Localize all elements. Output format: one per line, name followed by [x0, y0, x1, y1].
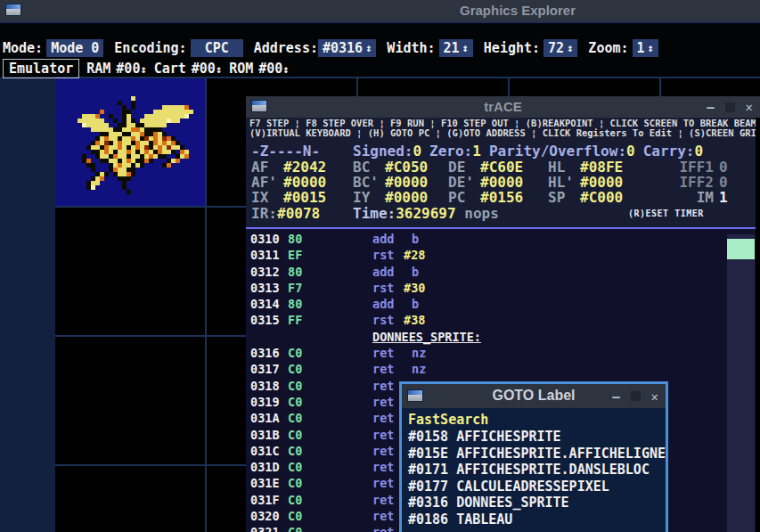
instruction-address: 031C: [250, 444, 280, 458]
instruction-operand: b: [412, 265, 419, 279]
trace-window-edge: [756, 118, 760, 532]
rom-field[interactable]: #00↕: [258, 61, 289, 77]
instruction-address: 0315: [250, 313, 280, 327]
ram-label: RAM: [86, 61, 110, 77]
register-value[interactable]: #0015: [283, 189, 326, 206]
zoom-field[interactable]: 1↕: [633, 39, 658, 57]
goto-label-item[interactable]: #0316 DONNEES_SPRITE: [408, 495, 659, 512]
instruction-bytes: EF: [288, 248, 302, 262]
disassembly-row[interactable]: 031080addb: [246, 232, 760, 248]
encoding-select[interactable]: CPC: [191, 39, 243, 57]
goto-label-item[interactable]: #0177 CALCULEADRESSEPIXEL: [408, 479, 659, 495]
disassembly-row[interactable]: 0317C0retnz: [246, 362, 760, 378]
register-pc[interactable]: PC#0156: [448, 189, 523, 206]
cart-spinner-icon[interactable]: ↕: [216, 63, 222, 76]
disassembly-row[interactable]: 0311EFrst#28: [246, 248, 760, 264]
mode-select[interactable]: Mode 0: [46, 39, 103, 57]
grid-cell[interactable]: [55, 208, 205, 335]
flag-value[interactable]: 0: [694, 143, 703, 160]
register-im[interactable]: IM1: [669, 189, 728, 206]
goto-label-item[interactable]: #0158 AFFICHESPRITE: [408, 429, 659, 446]
label-address: #0316: [408, 495, 448, 511]
register-ix[interactable]: IX#0015: [251, 189, 326, 206]
reset-timer-button[interactable]: (R)ESET TIMER: [628, 209, 704, 218]
disassembly-label-row[interactable]: DONNEES_SPRITE:: [246, 330, 760, 346]
grid-cell[interactable]: [55, 337, 205, 464]
label-name: AFFICHESPRITE: [456, 429, 560, 445]
register-row: AF#2042BC#C050DE#C60EHL#08FEIFF10: [246, 159, 760, 174]
disassembly-row[interactable]: 031480addb: [246, 297, 760, 313]
height-spinner-icon[interactable]: ↕: [567, 43, 573, 53]
instruction-address: 0320: [250, 509, 280, 523]
register-value[interactable]: 1: [719, 189, 728, 206]
goto-label-item[interactable]: #0186 TABLEAU: [408, 512, 659, 528]
goto-titlebar: GOTO Label – ✕: [402, 384, 666, 408]
app-window-icon: [5, 4, 21, 16]
cart-label: Cart: [154, 61, 186, 77]
flag-label: Signed:: [353, 143, 413, 160]
register-sp[interactable]: SP#C000: [548, 189, 623, 206]
width-spinner-icon[interactable]: ↕: [462, 43, 469, 53]
height-field[interactable]: 72↕: [543, 39, 577, 57]
goto-label-item[interactable]: #015E AFFICHESPRITE.AFFICHELIGNE: [408, 446, 659, 462]
disassembly-row[interactable]: 0316C0retnz: [246, 346, 760, 362]
cart-group: Cart #00↕: [154, 61, 222, 77]
encoding-label: Encoding:: [114, 40, 186, 56]
label-name: AFFICHESPRITE.AFFICHELIGNE: [456, 446, 666, 462]
sprite-cell[interactable]: [55, 78, 205, 206]
goto-label-item[interactable]: #0171 AFFICHESPRITE.DANSLEBLOC: [408, 462, 659, 479]
register-name: PC: [448, 189, 480, 206]
toolbar-row-source: Emulator RAM #00↕ Cart #00↕ ROM #00↕: [3, 60, 297, 78]
code-label: DONNEES_SPRITE:: [372, 330, 481, 344]
width-field[interactable]: 21↕: [439, 39, 473, 57]
scrollbar-thumb[interactable]: [727, 239, 755, 259]
instruction-mnemonic: add: [372, 297, 394, 311]
label-address: #0186: [408, 512, 448, 528]
close-button[interactable]: ✕: [746, 101, 753, 113]
register-name: IY: [353, 189, 385, 206]
flags-pattern[interactable]: -Z----N-: [251, 143, 320, 160]
disassembly-row[interactable]: 0313F7rst#30: [246, 281, 760, 297]
trace-title: trACE: [246, 99, 760, 114]
flags-list: Signed:0Zero:1Parity/Overflow:0Carry:0: [353, 143, 711, 160]
instruction-operand: #28: [404, 248, 425, 262]
cpu-flag[interactable]: Carry:0: [643, 143, 711, 160]
cart-field[interactable]: #00↕: [192, 61, 222, 77]
flag-value[interactable]: 0: [413, 143, 421, 160]
label-name: CALCULEADRESSEPIXEL: [456, 479, 609, 495]
disassembly-scrollbar[interactable]: [727, 234, 755, 532]
rom-spinner-icon[interactable]: ↕: [282, 63, 289, 76]
instruction-operand: nz: [412, 346, 426, 360]
rom-label: ROM: [229, 61, 253, 77]
height-value: 72: [548, 40, 564, 56]
register-value[interactable]: #0000: [385, 189, 428, 206]
maximize-button[interactable]: [725, 102, 735, 112]
maximize-button[interactable]: [631, 391, 641, 401]
register-ir[interactable]: IR:#0078: [251, 205, 320, 222]
cpu-flag[interactable]: Parity/Overflow:0: [489, 143, 643, 160]
register-value[interactable]: #0156: [480, 189, 523, 206]
instruction-mnemonic: ret: [372, 362, 394, 376]
ram-field[interactable]: #00↕: [116, 61, 146, 77]
address-field[interactable]: #0316↕: [318, 39, 376, 57]
disassembly-row[interactable]: 031280addb: [246, 265, 760, 281]
zoom-spinner-icon[interactable]: ↕: [648, 43, 654, 53]
address-spinner-icon[interactable]: ↕: [365, 43, 372, 53]
instruction-bytes: C0: [288, 493, 302, 507]
fastsearch-input[interactable]: FastSearch: [408, 412, 659, 429]
ram-spinner-icon[interactable]: ↕: [140, 63, 146, 76]
disassembly-row[interactable]: 0315FFrst#38: [246, 313, 760, 329]
grid-cell[interactable]: [55, 466, 205, 532]
register-value[interactable]: #C000: [580, 189, 623, 206]
minimize-button[interactable]: –: [612, 390, 619, 403]
instruction-address: 0310: [250, 232, 280, 246]
tab-emulator[interactable]: Emulator: [3, 59, 79, 78]
register-iy[interactable]: IY#0000: [353, 189, 428, 206]
flag-value[interactable]: 1: [472, 143, 481, 160]
instruction-mnemonic: ret: [372, 525, 394, 532]
close-button[interactable]: ✕: [651, 390, 658, 403]
cpu-flag[interactable]: Signed:0: [353, 143, 429, 160]
cpu-flag[interactable]: Zero:1: [429, 143, 489, 160]
flag-value[interactable]: 0: [626, 143, 635, 160]
minimize-button[interactable]: –: [707, 101, 714, 113]
